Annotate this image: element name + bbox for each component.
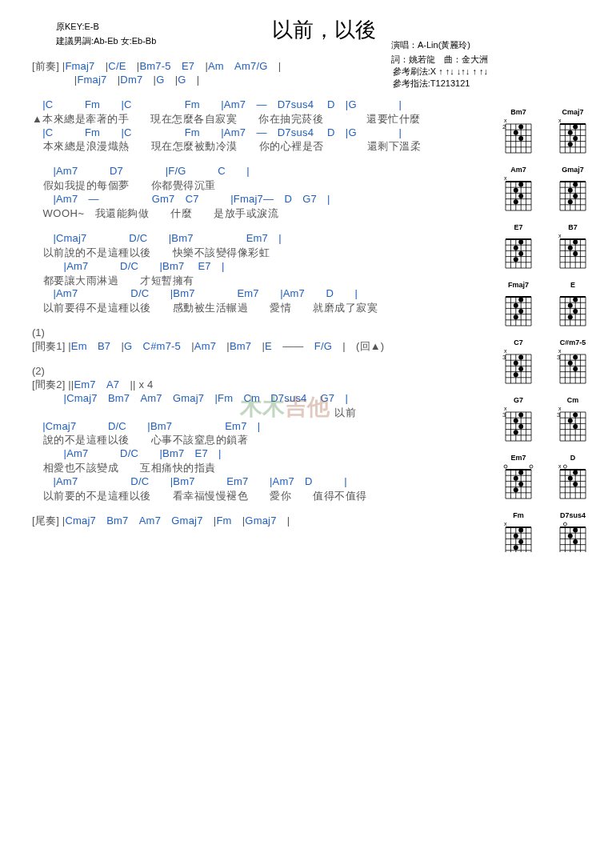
fretboard-grid <box>502 463 534 502</box>
fretboard-grid <box>502 290 534 329</box>
chord-diagrams: Bm72xCmaj7xAm7xGmaj7E7B7xFmaj7EC73xC#m7-… <box>498 108 594 552</box>
chord-diagram-label: Am7 <box>510 166 526 174</box>
meta-left: 原KEY:E-B 建議男調:Ab-Eb 女:Eb-Bb <box>56 20 156 48</box>
chord-diagram-label: Fm <box>513 511 524 519</box>
chord-diagram-label: C#m7-5 <box>560 338 586 346</box>
chord-line: |Am7 D7 |F/G C | <box>32 165 464 178</box>
pick-pattern: 參考指法:T1213121 <box>393 78 488 90</box>
svg-point-164 <box>573 366 578 371</box>
svg-point-147 <box>514 372 518 377</box>
svg-point-65 <box>573 194 578 198</box>
svg-point-48 <box>518 194 523 198</box>
chord-diagram-label: D7sus4 <box>560 511 586 519</box>
svg-point-66 <box>568 199 573 204</box>
svg-point-215 <box>518 482 523 487</box>
chord-diagram-label: Cmaj7 <box>562 108 583 116</box>
svg-point-198 <box>568 418 573 423</box>
chord-line: |C Fm |C Fm |Am7 — D7sus4 D |G | <box>32 98 464 112</box>
chord-diagram: G73x <box>498 396 539 444</box>
svg-point-127 <box>573 298 578 302</box>
svg-point-79 <box>518 240 523 245</box>
fretboard-grid: x <box>502 521 534 552</box>
svg-point-231 <box>573 471 578 475</box>
svg-text:x: x <box>504 348 507 354</box>
performer: 演唱：A-Lin(黃麗玲) <box>391 38 488 53</box>
mixed-line: [尾奏] |Cmaj7 Bm7 Am7 Gmaj7 |Fm |Gmaj7 | <box>32 515 464 528</box>
chord-diagram-label: E <box>570 281 575 289</box>
svg-point-162 <box>573 355 578 360</box>
svg-text:x: x <box>504 406 507 411</box>
chord-diagram: C73x <box>498 338 539 386</box>
svg-point-217 <box>504 465 507 468</box>
svg-point-64 <box>568 188 573 193</box>
svg-point-113 <box>518 309 523 314</box>
svg-text:x: x <box>558 406 562 411</box>
chord-line: |Cmaj7 D/C |Bm7 Em7 | <box>32 420 464 434</box>
chord-line: |Am7 D/C |Bm7 E7 | <box>32 447 464 461</box>
svg-point-129 <box>573 309 578 314</box>
diagram-row: E7B7x <box>498 223 594 271</box>
svg-text:x: x <box>504 118 507 123</box>
svg-point-213 <box>518 471 523 475</box>
lyric-line: 本來總是浪漫熾熱 現在怎麼被動冷漠 你的心裡是否 還剩下溫柔 <box>32 140 464 154</box>
svg-point-249 <box>514 534 518 539</box>
chord-diagram-label: Gmaj7 <box>562 166 584 174</box>
chord-sheet-page: 原KEY:E-B 建議男調:Ab-Eb 女:Eb-Bb 以前，以後 演唱：A-L… <box>0 0 616 552</box>
chord-line: |C Fm |C Fm |Am7 — D7sus4 D |G | <box>32 126 464 140</box>
chord-diagram-label: C7 <box>514 338 523 346</box>
svg-point-216 <box>514 487 518 492</box>
chord-line: |Am7 — Gm7 C7 |Fmaj7— D G7 | <box>32 193 464 206</box>
chord-diagram: Gmaj7 <box>552 166 594 214</box>
svg-text:x: x <box>558 233 562 238</box>
meta-right-2: 參考刷法:X ↑ ↑↓ ↓↑↓ ↑ ↑↓ 參考指法:T1213121 <box>393 66 488 90</box>
lyric-line: 以前要得不是這種以後 感動被生活輾過 愛情 就磨成了寂寞 <box>32 302 464 315</box>
svg-point-29 <box>573 125 578 130</box>
chord-diagram-label: G7 <box>514 396 523 404</box>
chord-diagram: Bm72x <box>498 108 539 156</box>
svg-text:x: x <box>504 521 507 527</box>
fretboard-grid: 3x <box>502 406 534 444</box>
chord-diagram-label: B7 <box>568 223 578 231</box>
lyric-line: WOOH~ 我還能夠做 什麼 是放手或淚流 <box>32 207 464 221</box>
svg-point-248 <box>518 528 523 533</box>
chord-diagram: D7sus4 <box>552 511 594 552</box>
svg-point-128 <box>568 303 573 308</box>
svg-point-214 <box>514 476 518 481</box>
chord-diagram: Dx <box>552 454 594 502</box>
svg-point-31 <box>573 136 578 141</box>
chord-diagram-label: E7 <box>514 223 522 231</box>
section-marker: (1) <box>32 326 464 340</box>
svg-point-82 <box>514 257 518 262</box>
fretboard-grid <box>557 290 589 329</box>
svg-point-163 <box>568 361 573 366</box>
svg-text:x: x <box>558 118 562 123</box>
fretboard-grid: 3x <box>557 406 589 444</box>
svg-point-145 <box>514 361 518 366</box>
svg-point-46 <box>518 182 523 187</box>
diagram-row: Em7Dx <box>498 454 594 502</box>
mixed-line: [間奏2] ||Em7 A7 || x 4 <box>32 378 464 392</box>
svg-point-14 <box>514 130 518 135</box>
svg-point-95 <box>573 240 578 245</box>
svg-point-63 <box>573 182 578 187</box>
chord-diagram: E7 <box>498 223 539 271</box>
svg-point-218 <box>530 465 533 468</box>
lyric-line: 假如我提的每個夢 你都覺得沉重 <box>32 179 464 193</box>
credits: 詞：姚若龍 曲：金大洲 <box>391 53 488 67</box>
suggested-key: 建議男調:Ab-Eb 女:Eb-Bb <box>56 34 156 49</box>
lyric-line: 都要讓大雨淋過 才短暫擁有 <box>32 274 464 288</box>
svg-point-267 <box>573 539 578 544</box>
section-marker: (2) <box>32 365 464 378</box>
svg-point-181 <box>518 424 523 429</box>
svg-point-146 <box>518 366 523 371</box>
svg-point-197 <box>573 413 578 418</box>
diagram-row: Fmaj7E <box>498 281 594 329</box>
content-body: [前奏] |Fmaj7 |C/E |Bm7-5 E7 |Am Am7/G | |… <box>32 60 464 528</box>
lyric-line: ▲本來總是牽著的手 現在怎麼各自寂寞 你在抽完菸後 還要忙什麼 <box>32 113 464 126</box>
lyric-line: 相愛也不該變成 互相痛快的指責 <box>32 462 464 475</box>
chord-line: |Am7 D/C |Bm7 E7 | <box>32 260 464 274</box>
lyric-line: 以前說的不是這種以後 快樂不該變得像彩虹 <box>32 246 464 260</box>
original-key: 原KEY:E-B <box>56 20 156 34</box>
svg-text:x: x <box>558 348 562 354</box>
svg-point-47 <box>514 188 518 193</box>
